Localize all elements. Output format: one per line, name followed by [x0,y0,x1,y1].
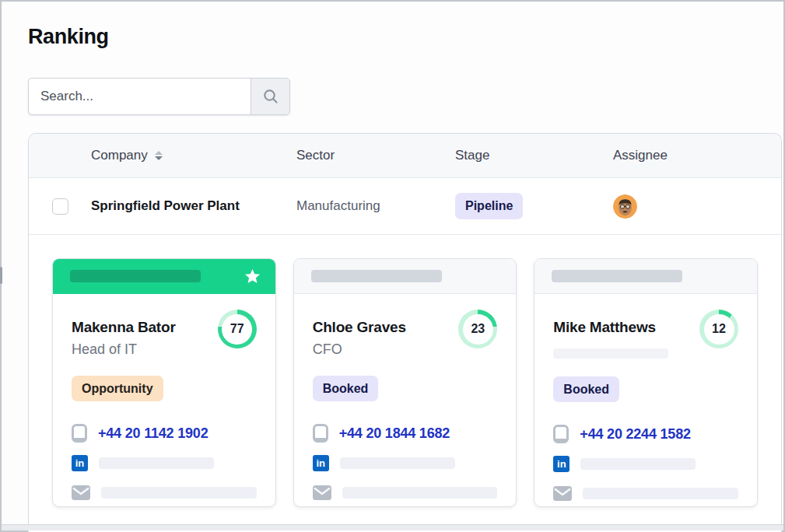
sector-cell: Manufacturing [296,198,455,214]
contact-card[interactable]: Mike Matthews 12 Booked +44 20 2244 [534,258,758,507]
company-cell: Springfield Power Plant [91,198,296,214]
linkedin-row: in [313,453,498,472]
column-header-assignee[interactable]: Assignee [613,148,781,163]
linkedin-icon[interactable]: in [72,455,88,471]
contact-card[interactable]: Makenna Bator Head of IT 77 Opportunity [52,258,276,507]
phone-row: +44 20 1844 1682 [313,424,498,443]
score-ring: 12 [699,310,738,348]
linkedin-skeleton-bar [580,458,696,470]
horizontal-scrollbar[interactable] [2,524,783,530]
search-bar [28,78,290,115]
score-ring: 77 [218,310,257,348]
score-ring: 23 [458,310,497,348]
header-skeleton-bar [70,270,201,282]
card-header [294,259,517,294]
search-input[interactable] [29,79,251,114]
app-window: Ranking Company [0,0,785,532]
ranking-table-panel: Company Sector Stage Assignee Springfiel [28,133,782,532]
status-badge: Opportunity [72,376,163,401]
email-skeleton-bar [101,487,257,499]
mail-icon [72,485,90,500]
phone-link[interactable]: +44 20 1844 1682 [339,425,450,442]
column-header-stage[interactable]: Stage [455,148,613,163]
sort-icon[interactable] [155,151,163,160]
page-title: Ranking [28,25,785,49]
status-badge: Booked [313,376,379,401]
status-badge: Booked [553,376,619,402]
linkedin-skeleton-bar [340,457,455,469]
email-skeleton-bar [583,488,738,499]
header-skeleton-bar [552,270,682,282]
stage-badge: Pipeline [455,193,523,219]
row-checkbox[interactable] [52,198,68,215]
table-row[interactable]: Springfield Power Plant Manufacturing Pi… [29,178,781,235]
email-row [313,483,498,502]
person-name: Mike Matthews [553,319,668,336]
contact-card[interactable]: Chloe Graves CFO 23 Booked +44 20 184 [293,258,517,507]
linkedin-icon[interactable]: in [313,455,329,471]
linkedin-skeleton-bar [99,457,214,469]
role-skeleton-bar [553,348,668,359]
search-button[interactable] [251,79,289,114]
person-name: Chloe Graves [313,319,406,336]
search-icon [262,88,279,105]
linkedin-icon[interactable]: in [553,456,569,472]
score-value: 23 [463,314,493,345]
column-header-sector[interactable]: Sector [296,148,455,163]
contact-cards-row: Makenna Bator Head of IT 77 Opportunity [29,235,781,507]
linkedin-row: in [553,454,738,473]
mail-icon [313,485,331,500]
phone-icon [313,424,328,443]
person-name: Makenna Bator [72,319,176,336]
linkedin-row: in [72,453,257,472]
phone-row: +44 20 2244 1582 [553,425,738,443]
phone-link[interactable]: +44 20 1142 1902 [98,425,208,442]
table-header-row: Company Sector Stage Assignee [29,134,781,178]
score-value: 12 [704,314,734,345]
card-header [534,259,757,294]
email-row [553,484,738,502]
phone-icon [72,424,87,443]
email-skeleton-bar [342,487,498,499]
phone-icon [553,425,569,443]
phone-row: +44 20 1142 1902 [72,424,257,443]
person-role: Head of IT [72,341,176,358]
score-value: 77 [222,314,252,345]
left-scrollbar-thumb[interactable] [0,267,2,284]
mail-icon [553,486,572,501]
phone-link[interactable]: +44 20 2244 1582 [580,426,690,443]
person-role: CFO [313,341,406,358]
card-header-featured [53,259,275,294]
assignee-avatar[interactable] [613,194,637,219]
star-icon[interactable] [244,268,261,285]
header-skeleton-bar [311,270,442,282]
column-header-company[interactable]: Company [91,148,296,163]
email-row [72,483,257,502]
